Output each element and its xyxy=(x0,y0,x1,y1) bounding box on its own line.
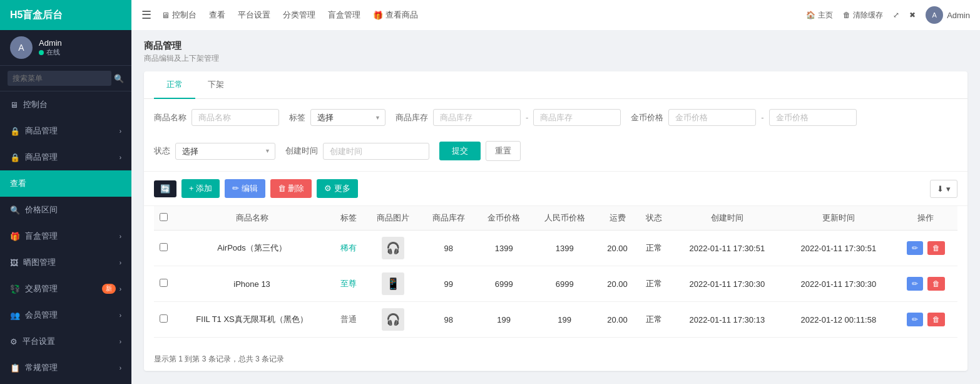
edit-button[interactable]: ✏ 编辑 xyxy=(225,179,265,198)
submit-group: 提交 重置 xyxy=(439,141,521,161)
header-status: 状态 xyxy=(637,206,671,231)
product-gold-price: 1399 xyxy=(476,231,532,266)
tag-select-wrapper: 选择 稀有 至尊 普通 xyxy=(310,109,385,126)
created-filter-group: 创建时间 xyxy=(285,143,429,160)
row-delete-button[interactable]: 🗑 xyxy=(927,277,945,291)
pagination-info: 显示第 1 到第 3 条记录，总共 3 条记录 xyxy=(144,348,967,371)
reset-button[interactable]: 重置 xyxy=(486,141,521,161)
product-inventory: 99 xyxy=(421,266,476,302)
clear-cache-button[interactable]: 🗑 清除缓存 xyxy=(843,10,883,21)
row-delete-button[interactable]: 🗑 xyxy=(927,313,945,326)
add-button[interactable]: + 添加 xyxy=(181,179,220,198)
sidebar-item-label: 价格区间 xyxy=(25,204,58,215)
topnav-category-link[interactable]: 分类管理 xyxy=(283,9,315,21)
admin-menu[interactable]: A Admin xyxy=(926,6,970,24)
row-checkbox[interactable] xyxy=(160,243,168,251)
created-filter-label: 创建时间 xyxy=(285,145,318,157)
inventory-filter-label: 商品库存 xyxy=(396,112,428,123)
product-actions: ✏ 🗑 xyxy=(894,231,957,266)
table-wrapper: 商品名称 标签 商品图片 商品库存 金币价格 人民币价格 运费 状态 创建时间 … xyxy=(144,206,967,348)
price-filter-label: 金币价格 xyxy=(631,112,663,123)
price-max-input[interactable] xyxy=(769,109,857,126)
topnav-view-link[interactable]: 查看 xyxy=(209,9,225,21)
row-edit-button[interactable]: ✏ xyxy=(907,241,923,255)
topnav-blindbox-link[interactable]: 盲盒管理 xyxy=(328,9,360,21)
tab-normal[interactable]: 正常 xyxy=(154,71,195,99)
sidebar-item-label: 盲盒管理 xyxy=(25,231,58,242)
row-checkbox[interactable] xyxy=(160,314,168,323)
product-image: 🎧 xyxy=(365,302,421,338)
arrow-icon: › xyxy=(120,286,121,293)
row-edit-button[interactable]: ✏ xyxy=(907,313,923,326)
status-filter-group: 状态 选择 正常 下架 xyxy=(154,143,275,160)
arrow-icon: › xyxy=(120,233,121,240)
sidebar-item-goods2[interactable]: 🔒 商品管理 › xyxy=(0,144,131,170)
sidebar: H5盲盒后台 A Admin 在线 🔍 🖥 控制台 🔒 商品管理 xyxy=(0,0,131,384)
product-updated: 2022-01-11 17:30:30 xyxy=(783,266,894,302)
refresh-button[interactable]: 🔄 xyxy=(154,180,176,197)
header-shipping: 运费 xyxy=(598,206,637,231)
members-icon: 👥 xyxy=(10,311,20,320)
name-filter-label: 商品名称 xyxy=(154,112,186,123)
sidebar-item-goods1[interactable]: 🔒 商品管理 › xyxy=(0,118,131,144)
tag-filter-label: 标签 xyxy=(289,112,305,123)
row-edit-button[interactable]: ✏ xyxy=(907,277,923,291)
logo-text: H5盲盒后台 xyxy=(10,9,63,22)
main-area: ☰ 🖥 控制台 查看 平台设置 分类管理 盲盒管理 🎁 查看商品 🏠 主页 🗑 … xyxy=(131,0,980,384)
topnav-dashboard-link[interactable]: 🖥 控制台 xyxy=(161,9,197,21)
export-button[interactable]: ⬇ ▾ xyxy=(930,180,957,198)
tab-offshelf[interactable]: 下架 xyxy=(195,71,237,99)
expand-button[interactable]: ⤢ xyxy=(893,11,899,19)
menu-toggle-icon[interactable]: ☰ xyxy=(141,8,151,22)
arrow-icon: › xyxy=(120,154,121,161)
sidebar-item-price[interactable]: 🔍 价格区间 xyxy=(0,197,131,223)
sidebar-item-trade[interactable]: 💱 交易管理 新 › xyxy=(0,276,131,302)
row-delete-button[interactable]: 🗑 xyxy=(927,241,945,255)
sidebar-item-blindbox[interactable]: 🎁 盲盒管理 › xyxy=(0,223,131,249)
header-gold-price: 金币价格 xyxy=(476,206,532,231)
sidebar-search-area: 🔍 xyxy=(0,66,131,91)
inventory-min-input[interactable] xyxy=(433,109,521,126)
page-content: 商品管理 商品编辑及上下架管理 正常 下架 商品名称 标签 xyxy=(131,30,980,384)
sidebar-logo: H5盲盒后台 xyxy=(0,0,131,30)
sidebar-item-member[interactable]: 👥 会员管理 › xyxy=(0,302,131,328)
product-created: 2022-01-11 17:30:51 xyxy=(671,231,783,266)
sidebar-item-label: 会员管理 xyxy=(25,309,58,321)
created-filter-input[interactable] xyxy=(323,143,429,160)
search-icon[interactable]: 🔍 xyxy=(114,74,124,83)
product-tag: 至尊 xyxy=(331,266,365,302)
more-button[interactable]: ⚙ 更多 xyxy=(317,179,358,198)
topnav-platform-link[interactable]: 平台设置 xyxy=(238,9,270,21)
delete-button[interactable]: 🗑 删除 xyxy=(270,179,312,198)
sidebar-item-label: 常规管理 xyxy=(25,362,58,373)
product-image: 📱 xyxy=(365,266,421,302)
sidebar-item-normal[interactable]: 📋 常规管理 › xyxy=(0,355,131,381)
status-select[interactable]: 选择 正常 下架 xyxy=(175,143,275,160)
name-filter-input[interactable] xyxy=(191,109,279,126)
sidebar-item-dashboard[interactable]: 🖥 控制台 xyxy=(0,91,131,118)
inventory-max-input[interactable] xyxy=(533,109,621,126)
submit-button[interactable]: 提交 xyxy=(439,142,481,160)
sidebar-item-platform[interactable]: ⚙ 平台设置 › xyxy=(0,328,131,355)
search-input[interactable] xyxy=(8,71,111,86)
topnav-goods-link[interactable]: 🎁 查看商品 xyxy=(373,9,418,21)
admin-avatar: A xyxy=(926,6,943,24)
product-status: 正常 xyxy=(637,302,671,338)
sidebar-menu: 🖥 控制台 🔒 商品管理 › 🔒 商品管理 › 查看 🔍 xyxy=(0,91,131,384)
product-tag: 稀有 xyxy=(331,231,365,266)
product-shipping: 20.00 xyxy=(598,302,637,338)
price-min-input[interactable] xyxy=(668,109,756,126)
sidebar-item-view[interactable]: 查看 xyxy=(0,170,131,197)
status-select-wrapper: 选择 正常 下架 xyxy=(175,143,275,160)
home-button[interactable]: 🏠 主页 xyxy=(806,10,833,21)
row-checkbox[interactable] xyxy=(160,279,168,287)
tag-select[interactable]: 选择 稀有 至尊 普通 xyxy=(310,109,385,126)
product-inventory: 98 xyxy=(421,231,476,266)
lock-icon: 🔒 xyxy=(10,153,20,162)
search-icon: 🔍 xyxy=(10,205,20,215)
header-updated: 更新时间 xyxy=(783,206,894,231)
sidebar-item-image[interactable]: 🖼 晒图管理 › xyxy=(0,249,131,276)
product-tag: 普通 xyxy=(331,302,365,338)
select-all-checkbox[interactable] xyxy=(160,213,168,221)
fullscreen-button[interactable]: ✖ xyxy=(909,11,916,19)
